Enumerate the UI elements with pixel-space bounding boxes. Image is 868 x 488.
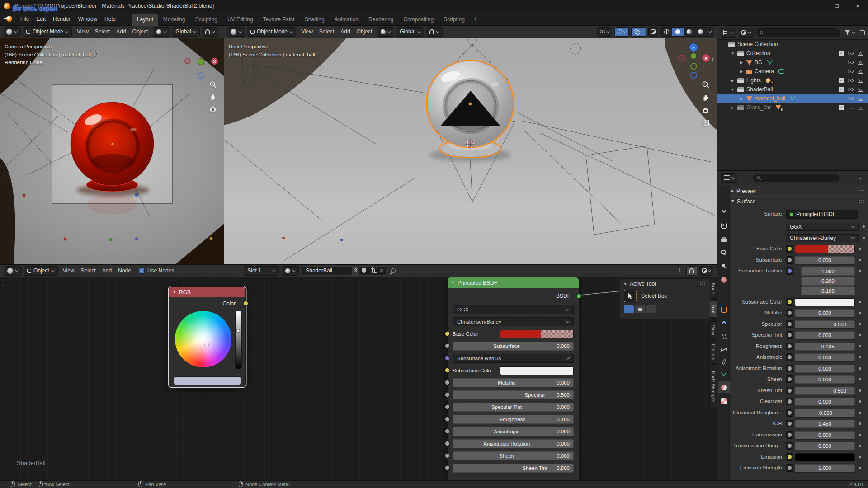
- close-button[interactable]: ✕: [847, 0, 868, 12]
- outliner-row[interactable]: ▶ Camera ✓: [717, 67, 868, 76]
- sidebar-tab[interactable]: Options: [709, 340, 717, 364]
- select-mode-subtract-button[interactable]: [646, 305, 656, 313]
- outliner-row[interactable]: ▶ Glass_Jar 8 ✓: [717, 103, 868, 112]
- select-mode-extend-button[interactable]: [635, 305, 645, 313]
- color-wheel[interactable]: [175, 311, 231, 367]
- socket-button[interactable]: [786, 298, 793, 306]
- hide-eye-toggle[interactable]: [847, 41, 854, 47]
- workspace-tab[interactable]: Sculpting: [190, 14, 222, 26]
- expand-caret[interactable]: ▶: [740, 70, 746, 74]
- panel-grip[interactable]: [700, 282, 706, 286]
- properties-editor-type-button[interactable]: [721, 173, 737, 183]
- socket-button[interactable]: [786, 431, 793, 439]
- mode-dropdown[interactable]: Object Mode: [247, 27, 296, 37]
- property-dropdown[interactable]: Christensen-Burley: [786, 234, 859, 242]
- socket-button[interactable]: [786, 331, 793, 339]
- animate-decorator[interactable]: [859, 334, 861, 336]
- viewport-menu[interactable]: View: [74, 28, 92, 36]
- editor-type-button[interactable]: [3, 27, 21, 37]
- animate-decorator[interactable]: [859, 412, 861, 414]
- sidebar-collapse-arrow[interactable]: ‹: [712, 56, 713, 62]
- properties-tab[interactable]: [718, 330, 730, 342]
- bsdf-input-row[interactable]: Subsurface Radius: [453, 354, 574, 363]
- rgb-node-header[interactable]: RGB: [169, 287, 245, 297]
- bsdf-input-row[interactable]: Base Color Base Color Base Color: [453, 329, 574, 338]
- overlays-dropdown[interactable]: [699, 266, 713, 276]
- topbar-menu[interactable]: Window: [74, 14, 101, 23]
- bsdf-input-row[interactable]: Christensen-Burley: [453, 317, 574, 326]
- socket-button[interactable]: [786, 267, 793, 275]
- bsdf-input-row[interactable]: GGX: [453, 305, 574, 314]
- node-dropdown[interactable]: Subsurface Radius: [453, 354, 574, 363]
- bsdf-output-socket[interactable]: [576, 294, 581, 299]
- workspace-tab[interactable]: Compositing: [398, 14, 439, 26]
- hide-eye-toggle[interactable]: [847, 68, 854, 75]
- viewport-camera[interactable]: Object Mode ViewSelectAddObject Global C…: [0, 26, 224, 264]
- axis-y-ball[interactable]: [690, 53, 697, 59]
- xray-toggle[interactable]: [648, 27, 658, 37]
- snap-dropdown[interactable]: [202, 27, 218, 37]
- outliner-row[interactable]: ▼ Collection ✓: [717, 49, 868, 58]
- expand-caret[interactable]: ▼: [731, 52, 737, 56]
- animate-decorator[interactable]: [859, 259, 861, 261]
- shader-editor-menu[interactable]: View: [60, 267, 78, 275]
- outliner-search-input[interactable]: [756, 28, 840, 37]
- input-socket[interactable]: [445, 368, 450, 373]
- snap-dropdown[interactable]: [426, 27, 443, 37]
- socket-button[interactable]: [786, 375, 793, 383]
- rgb-color-swatch[interactable]: [174, 376, 241, 385]
- new-collection-button[interactable]: [860, 30, 865, 35]
- toolbar-expand-arrow[interactable]: ›: [2, 282, 4, 288]
- gizmos-toggle[interactable]: [614, 27, 629, 37]
- input-socket[interactable]: [445, 441, 450, 446]
- workspace-tab[interactable]: Texture Paint: [258, 14, 300, 26]
- animate-decorator[interactable]: [859, 312, 861, 314]
- zoom-icon[interactable]: [209, 81, 217, 89]
- viewport-user[interactable]: Object Mode ViewSelectAddObject Global: [224, 26, 717, 264]
- active-tool-header[interactable]: Active Tool: [620, 279, 710, 289]
- exclude-checkbox[interactable]: ✓: [839, 78, 844, 83]
- panel-grip[interactable]: [859, 200, 865, 203]
- render-visibility-toggle[interactable]: [857, 86, 864, 93]
- outliner-row[interactable]: ▶ BG ✓: [717, 58, 868, 67]
- workspace-tab[interactable]: Layout: [132, 14, 158, 26]
- topbar-menu[interactable]: Render: [49, 14, 74, 23]
- filter-dropdown[interactable]: [843, 28, 857, 38]
- socket-button[interactable]: [786, 453, 793, 461]
- color-output-socket[interactable]: [243, 301, 248, 306]
- animate-decorator[interactable]: [859, 400, 861, 403]
- sidebar-tab[interactable]: Tool: [709, 300, 717, 318]
- animate-decorator[interactable]: [859, 248, 861, 250]
- bsdf-input-row[interactable]: Anisotropic Rotation0.000 Anisotropic Ro…: [453, 439, 574, 448]
- node-slider[interactable]: Roughness0.105: [453, 415, 574, 424]
- collapse-caret-icon[interactable]: [452, 282, 454, 284]
- socket-button[interactable]: [786, 320, 793, 328]
- input-socket[interactable]: [445, 429, 450, 434]
- new-material-button[interactable]: [368, 268, 377, 273]
- snapping-toggle[interactable]: [686, 266, 697, 276]
- animate-decorator[interactable]: [859, 445, 861, 447]
- property-slider[interactable]: 0.000: [795, 309, 855, 317]
- maximize-button[interactable]: ☐: [826, 0, 847, 12]
- property-slider[interactable]: 0.000: [795, 331, 855, 339]
- mode-dropdown[interactable]: Object Mode: [23, 27, 72, 37]
- properties-tab[interactable]: [718, 247, 730, 258]
- socket-button[interactable]: [786, 409, 793, 417]
- axis-z-ring[interactable]: [198, 72, 204, 79]
- bsdf-input-row[interactable]: Specular0.500 Specular Specular: [453, 390, 574, 399]
- pin-button[interactable]: [389, 268, 398, 273]
- workspace-tab[interactable]: Rendering: [363, 14, 398, 26]
- unlink-material-button[interactable]: ✕: [377, 267, 386, 274]
- expand-caret[interactable]: ▼: [731, 88, 737, 92]
- properties-tab[interactable]: [718, 204, 730, 216]
- property-slider[interactable]: 0.000: [795, 365, 855, 373]
- bsdf-input-row[interactable]: Subsurface0.000 Subsurface Subsurface: [453, 342, 574, 351]
- socket-button[interactable]: [786, 256, 793, 264]
- animate-decorator[interactable]: [859, 456, 861, 458]
- axis-z-neg-ring[interactable]: [690, 72, 697, 79]
- viewport-menu[interactable]: Select: [92, 28, 113, 36]
- render-visibility-toggle[interactable]: [857, 50, 864, 56]
- sidebar-tab[interactable]: View: [709, 321, 717, 338]
- blender-logo-icon[interactable]: [4, 15, 12, 22]
- node-color-alpha-row[interactable]: Base Color: [453, 329, 574, 338]
